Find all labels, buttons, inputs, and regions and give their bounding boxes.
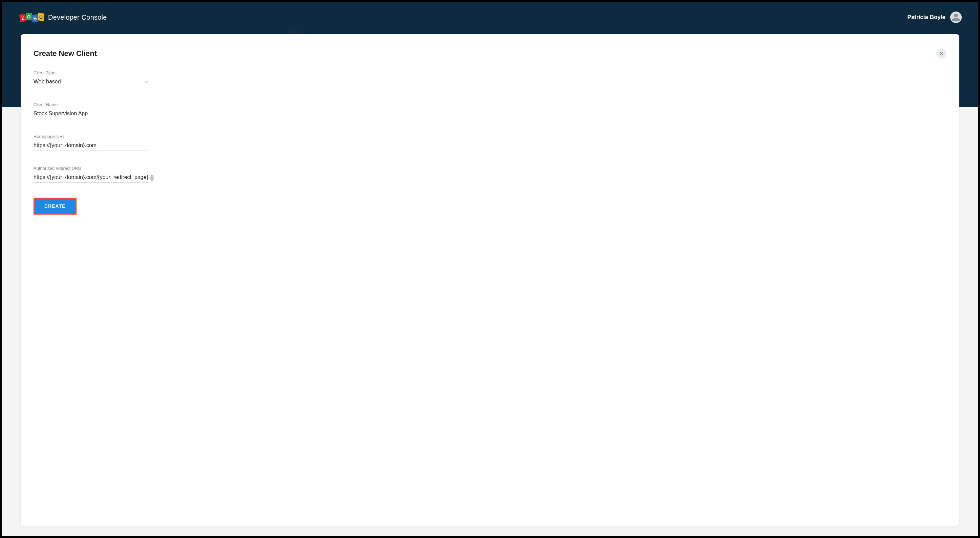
create-button-highlight: CREATE — [33, 198, 76, 215]
create-button[interactable]: CREATE — [35, 199, 75, 213]
topbar: Z O H O Developer Console Patricia Boyle — [2, 2, 978, 32]
app-title: Developer Console — [48, 14, 107, 21]
logo-letter: Z — [19, 14, 26, 22]
logo-letter: O — [38, 13, 45, 21]
close-icon — [939, 51, 943, 56]
client-name-input[interactable]: Stock Supervision App — [33, 110, 149, 119]
chevron-down-icon — [144, 79, 149, 84]
field-label: Homepage URL — [33, 134, 149, 139]
user-block[interactable]: Patricia Boyle — [908, 11, 962, 23]
logo-letter: O — [25, 13, 32, 20]
field-label: Authorized redirect URIs — [33, 166, 149, 171]
redirect-uri-value: https://{your_domain}.com/{your_redirect… — [33, 174, 148, 180]
field-redirect-uris: Authorized redirect URIs https://{your_d… — [33, 166, 149, 183]
user-name: Patricia Boyle — [908, 14, 945, 21]
brand: Z O H O Developer Console — [20, 14, 107, 21]
logo-letter: H — [32, 14, 38, 22]
client-type-value: Web based — [33, 79, 61, 85]
client-name-value: Stock Supervision App — [33, 110, 88, 117]
create-client-card: Create New Client Client Type Web based … — [21, 34, 959, 526]
redirect-uri-input[interactable]: https://{your_domain}.com/{your_redirect… — [33, 174, 148, 183]
card-title: Create New Client — [33, 49, 947, 58]
field-label: Client Name — [33, 102, 149, 107]
user-icon — [951, 13, 961, 22]
add-redirect-uri-button[interactable] — [150, 175, 154, 181]
client-type-select[interactable]: Web based — [33, 79, 149, 87]
field-homepage-url: Homepage URL https://{your_domain}.com — [33, 134, 149, 151]
field-client-type: Client Type Web based — [33, 70, 149, 87]
plus-icon — [150, 176, 154, 180]
avatar[interactable] — [950, 11, 962, 23]
homepage-url-input[interactable]: https://{your_domain}.com — [33, 142, 149, 151]
zoho-logo: Z O H O — [20, 14, 44, 21]
close-button[interactable] — [936, 48, 947, 59]
field-client-name: Client Name Stock Supervision App — [33, 102, 149, 119]
field-label: Client Type — [33, 70, 149, 75]
homepage-url-value: https://{your_domain}.com — [33, 142, 97, 148]
